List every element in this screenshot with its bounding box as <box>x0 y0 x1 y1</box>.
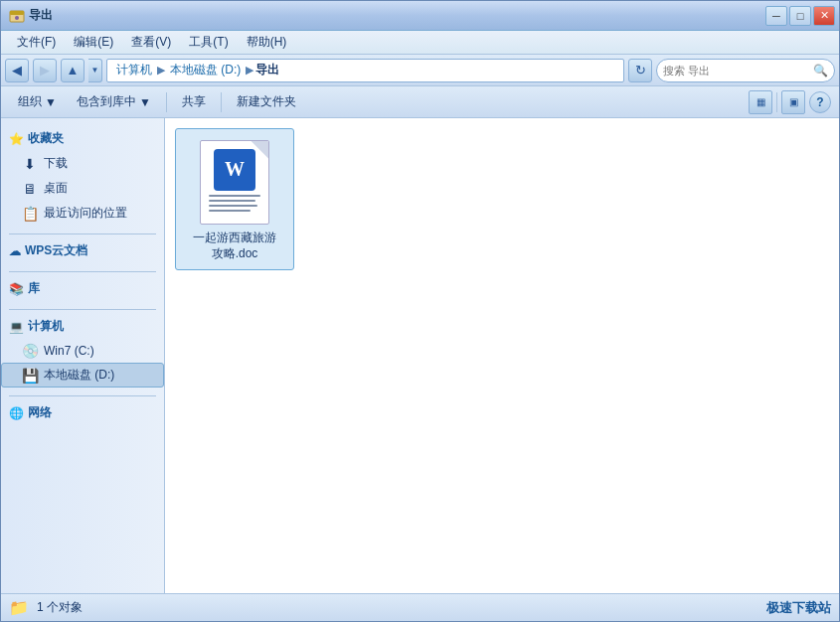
back-button[interactable]: ◀ <box>5 59 29 82</box>
address-bar: ◀ ▶ ▲ ▼ 计算机 ▶ 本地磁盘 (D:) ▶ 导出 ↻ 🔍 <box>1 55 839 86</box>
close-button[interactable]: ✕ <box>813 6 835 26</box>
include-library-label: 包含到库中 <box>77 93 136 110</box>
title-bar-buttons: ─ □ ✕ <box>765 6 835 26</box>
help-icon: ? <box>816 95 823 109</box>
menu-help[interactable]: 帮助(H) <box>239 32 295 53</box>
status-left: 📁 1 个对象 <box>9 598 83 617</box>
menu-view[interactable]: 查看(V) <box>123 32 179 53</box>
doc-line2 <box>209 200 255 202</box>
win7-label: Win7 (C:) <box>44 344 94 358</box>
file-item[interactable]: W 一起游西藏旅游攻略.doc <box>175 128 294 270</box>
window-icon <box>9 8 25 24</box>
win7-icon: 💿 <box>22 343 38 359</box>
toolbar-sep3 <box>776 92 777 112</box>
download-label: 下载 <box>44 155 68 172</box>
main-area: ⭐ 收藏夹 ⬇ 下载 🖥 桌面 📋 最近访问的位置 <box>1 118 839 593</box>
sidebar-item-local-disk[interactable]: 💾 本地磁盘 (D:) <box>1 363 164 388</box>
minimize-button[interactable]: ─ <box>765 6 787 26</box>
title-bar: 导出 ─ □ ✕ <box>1 1 839 31</box>
breadcrumb-part2[interactable]: 本地磁盘 (D:) <box>167 61 244 79</box>
breadcrumb-part1[interactable]: 计算机 <box>113 61 155 79</box>
maximize-button[interactable]: □ <box>789 6 811 26</box>
share-label: 共享 <box>182 93 206 110</box>
doc-line4 <box>209 210 251 212</box>
organize-label: 组织 <box>18 93 42 110</box>
network-section: 🌐 网络 <box>1 400 164 425</box>
sidebar-item-download[interactable]: ⬇ 下载 <box>1 151 164 176</box>
sidebar-item-desktop[interactable]: 🖥 桌面 <box>1 176 164 201</box>
title-bar-left: 导出 <box>9 7 53 24</box>
toolbar-separator <box>166 92 167 112</box>
local-disk-icon: 💾 <box>22 368 38 384</box>
favorites-section: ⭐ 收藏夹 ⬇ 下载 🖥 桌面 📋 最近访问的位置 <box>1 126 164 226</box>
view2-icon: ▣ <box>789 96 798 107</box>
svg-rect-1 <box>10 11 24 15</box>
sidebar-divider3 <box>9 309 156 310</box>
breadcrumb[interactable]: 计算机 ▶ 本地磁盘 (D:) ▶ 导出 <box>106 59 624 82</box>
view1-icon: ▦ <box>756 96 765 107</box>
doc-icon-badge: W <box>214 149 255 191</box>
favorites-header: ⭐ 收藏夹 <box>1 126 164 151</box>
search-input[interactable] <box>663 65 809 77</box>
toolbar-separator2 <box>221 92 222 112</box>
watermark: 极速下载站 <box>766 599 831 617</box>
view-button1[interactable]: ▦ <box>749 90 772 114</box>
forward-icon: ▶ <box>40 63 50 78</box>
window: 导出 ─ □ ✕ 文件(F) 编辑(E) 查看(V) 工具(T) 帮助(H) ◀… <box>0 0 840 622</box>
sidebar-item-recent[interactable]: 📋 最近访问的位置 <box>1 201 164 226</box>
recent-icon: 📋 <box>22 206 38 222</box>
network-icon: 🌐 <box>9 406 24 420</box>
menu-tools[interactable]: 工具(T) <box>181 32 236 53</box>
wps-section: ☁ WPS云文档 <box>1 238 164 263</box>
nav-dropdown-icon: ▼ <box>91 66 99 75</box>
library-section: 📚 库 <box>1 276 164 301</box>
library-icon: 📚 <box>9 282 24 296</box>
share-button[interactable]: 共享 <box>173 89 215 115</box>
sidebar-divider2 <box>9 271 156 272</box>
breadcrumb-current: 导出 <box>255 62 279 78</box>
wps-cloud-icon: ☁ <box>9 244 21 258</box>
include-library-dropdown-icon: ▼ <box>139 95 151 109</box>
network-header: 🌐 网络 <box>1 400 164 425</box>
computer-header: 💻 计算机 <box>1 314 164 339</box>
local-disk-label: 本地磁盘 (D:) <box>44 367 114 384</box>
sidebar-divider4 <box>9 395 156 396</box>
svg-point-2 <box>15 16 19 20</box>
menu-edit[interactable]: 编辑(E) <box>66 32 121 53</box>
sidebar-divider1 <box>9 233 156 234</box>
new-folder-label: 新建文件夹 <box>237 93 296 110</box>
sidebar-item-win7[interactable]: 💿 Win7 (C:) <box>1 339 164 363</box>
status-text: 1 个对象 <box>37 599 83 616</box>
doc-icon-lines <box>209 195 260 212</box>
toolbar: 组织 ▼ 包含到库中 ▼ 共享 新建文件夹 ▦ ▣ ? <box>1 86 839 118</box>
help-button[interactable]: ? <box>809 91 831 113</box>
computer-section: 💻 计算机 💿 Win7 (C:) 💾 本地磁盘 (D:) <box>1 314 164 388</box>
doc-icon: W <box>200 140 269 225</box>
doc-line3 <box>209 205 257 207</box>
doc-line1 <box>209 195 260 197</box>
window-title: 导出 <box>29 7 53 24</box>
up-icon: ▲ <box>67 63 80 78</box>
desktop-icon: 🖥 <box>22 181 38 197</box>
organize-dropdown-icon: ▼ <box>45 95 57 109</box>
include-library-button[interactable]: 包含到库中 ▼ <box>68 89 160 115</box>
content-area[interactable]: W 一起游西藏旅游攻略.doc <box>165 118 839 593</box>
new-folder-button[interactable]: 新建文件夹 <box>228 89 305 115</box>
forward-button[interactable]: ▶ <box>33 59 57 82</box>
up-button[interactable]: ▲ <box>61 59 84 82</box>
search-icon: 🔍 <box>813 64 828 78</box>
computer-icon: 💻 <box>9 320 24 334</box>
view-button2[interactable]: ▣ <box>781 90 805 114</box>
nav-dropdown[interactable]: ▼ <box>88 59 102 82</box>
download-icon: ⬇ <box>22 156 38 172</box>
recent-label: 最近访问的位置 <box>44 205 127 222</box>
organize-button[interactable]: 组织 ▼ <box>9 89 66 115</box>
search-bar[interactable]: 🔍 <box>656 59 835 82</box>
file-label: 一起游西藏旅游攻略.doc <box>193 231 276 261</box>
breadcrumb-sep2: ▶ <box>246 64 253 77</box>
menu-file[interactable]: 文件(F) <box>9 32 64 53</box>
sidebar: ⭐ 收藏夹 ⬇ 下载 🖥 桌面 📋 最近访问的位置 <box>1 118 165 593</box>
favorites-icon: ⭐ <box>9 132 24 146</box>
status-folder-icon: 📁 <box>9 598 29 617</box>
refresh-button[interactable]: ↻ <box>628 59 652 82</box>
